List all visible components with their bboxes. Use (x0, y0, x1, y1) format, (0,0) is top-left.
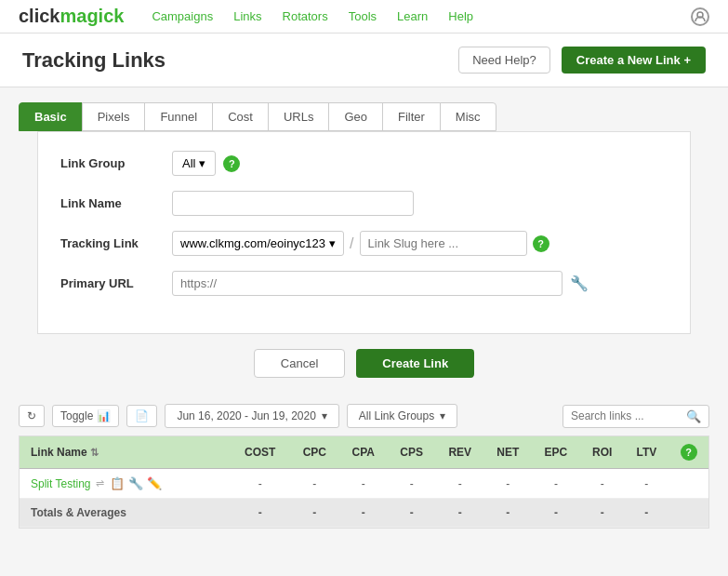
nav-links: Campaigns Links Rotators Tools Learn Hel… (152, 9, 691, 23)
col-cost: COST (230, 436, 289, 469)
search-box: 🔍 (563, 405, 709, 428)
tracking-link-label: Tracking Link (60, 236, 172, 250)
col-ltv: LTV (624, 436, 668, 469)
cancel-button[interactable]: Cancel (254, 349, 345, 378)
chevron-down-icon: ▾ (329, 236, 336, 250)
cell-roi: - (580, 469, 624, 499)
date-range-text: Jun 16, 2020 - Jun 19, 2020 (177, 409, 315, 422)
primary-url-inputs: 🔧 (172, 271, 589, 296)
link-name-input[interactable] (172, 191, 414, 216)
split-testing-link[interactable]: Split Testing (31, 477, 90, 490)
nav-links-item[interactable]: Links (233, 9, 261, 23)
chevron-down-icon: ▾ (440, 409, 445, 422)
table-header-row: Link Name ⇅ COST CPC CPA CPS REV NET EPC… (20, 436, 708, 469)
link-group-row: Link Group All ▾ ? (60, 151, 668, 176)
primary-url-input[interactable] (172, 271, 563, 296)
row-actions: 📋 🔧 ✏️ (110, 476, 162, 490)
totals-roi: - (580, 499, 624, 528)
tracking-link-help-icon[interactable]: ? (533, 235, 549, 252)
tracking-link-inputs: www.clkmg.com/eoinyc123 ▾ / ? (172, 231, 549, 256)
toggle-label: Toggle (60, 409, 93, 422)
cell-cost: - (230, 469, 289, 499)
totals-label: Totals & Averages (20, 499, 230, 528)
totals-cpc: - (290, 499, 339, 528)
logo: clickmagick (19, 6, 124, 27)
tracking-domain-dropdown[interactable]: www.clkmg.com/eoinyc123 ▾ (172, 231, 344, 256)
tabs: Basic Pixels Funnel Cost URLs Geo Filter… (19, 102, 709, 131)
table-row: Split Testing ⇌ 📋 🔧 ✏️ - - - - - - - (20, 469, 708, 499)
logo-magick: magick (60, 6, 124, 27)
tab-geo[interactable]: Geo (328, 102, 383, 131)
link-group-dropdown[interactable]: All ▾ (172, 151, 216, 176)
totals-rev: - (436, 499, 484, 528)
col-link-name: Link Name ⇅ (20, 436, 230, 469)
cell-actions (668, 469, 708, 499)
col-link-name-label: Link Name (31, 446, 87, 459)
link-group-help-icon[interactable]: ? (223, 155, 240, 172)
links-table-container: Link Name ⇅ COST CPC CPA CPS REV NET EPC… (19, 435, 709, 529)
tab-pixels[interactable]: Pixels (82, 102, 146, 131)
create-link-button[interactable]: Create Link (356, 349, 474, 378)
user-icon[interactable] (691, 7, 709, 26)
export-button[interactable]: 📄 (126, 405, 157, 427)
primary-url-label: Primary URL (60, 276, 172, 290)
need-help-button[interactable]: Need Help? (458, 47, 550, 74)
toggle-stats-button[interactable]: Toggle 📊 (52, 405, 119, 427)
navbar: clickmagick Campaigns Links Rotators Too… (0, 0, 728, 33)
search-icon: 🔍 (686, 409, 701, 423)
cell-cpa: - (339, 469, 388, 499)
all-link-groups-button[interactable]: All Link Groups ▾ (347, 404, 457, 428)
search-input[interactable] (571, 409, 682, 422)
page-title: Tracking Links (22, 48, 165, 73)
links-toolbar: ↻ Toggle 📊 📄 Jun 16, 2020 - Jun 19, 2020… (0, 396, 728, 435)
tab-basic[interactable]: Basic (19, 102, 83, 131)
tabs-container: Basic Pixels Funnel Cost URLs Geo Filter… (0, 87, 728, 334)
cell-cps: - (388, 469, 436, 499)
col-help[interactable]: ? (668, 436, 708, 469)
date-range-button[interactable]: Jun 16, 2020 - Jun 19, 2020 ▾ (165, 404, 338, 428)
tab-funnel[interactable]: Funnel (144, 102, 213, 131)
logo-click: click (19, 6, 60, 27)
split-icon: ⇌ (96, 477, 104, 489)
nav-help[interactable]: Help (448, 9, 473, 23)
tab-filter[interactable]: Filter (382, 102, 441, 131)
tab-urls[interactable]: URLs (268, 102, 330, 131)
nav-campaigns[interactable]: Campaigns (152, 9, 213, 23)
primary-url-row: Primary URL 🔧 (60, 271, 668, 296)
col-roi: ROI (580, 436, 624, 469)
tab-misc[interactable]: Misc (440, 102, 496, 131)
nav-rotators[interactable]: Rotators (283, 9, 328, 23)
pencil-icon[interactable]: ✏️ (147, 476, 162, 490)
col-help-icon[interactable]: ? (681, 444, 697, 461)
cell-net: - (484, 469, 532, 499)
totals-row: Totals & Averages - - - - - - - - - (20, 499, 708, 528)
link-group-label: Link Group (60, 156, 172, 170)
chevron-down-icon: ▾ (322, 409, 327, 422)
copy-icon[interactable]: 📋 (110, 476, 125, 490)
tab-cost[interactable]: Cost (212, 102, 269, 131)
cell-epc: - (532, 469, 580, 499)
wrench-icon[interactable]: 🔧 (570, 275, 589, 292)
link-group-select: All ▾ ? (172, 151, 240, 176)
col-cpa: CPA (339, 436, 388, 469)
sort-icon[interactable]: ⇅ (90, 447, 99, 459)
edit-icon[interactable]: 🔧 (128, 476, 143, 490)
totals-ltv: - (624, 499, 668, 528)
slug-input[interactable] (360, 231, 527, 256)
page-header: Tracking Links Need Help? Create a New L… (0, 33, 728, 87)
chevron-down-icon: ▾ (199, 156, 205, 170)
totals-cps: - (388, 499, 436, 528)
totals-epc: - (532, 499, 580, 528)
tracking-link-row: Tracking Link www.clkmg.com/eoinyc123 ▾ … (60, 231, 668, 256)
link-groups-text: All Link Groups (359, 409, 434, 422)
refresh-button[interactable]: ↻ (19, 405, 45, 427)
header-actions: Need Help? Create a New Link + (458, 47, 706, 74)
totals-cost: - (230, 499, 289, 528)
create-new-link-button[interactable]: Create a New Link + (562, 47, 706, 74)
col-epc: EPC (532, 436, 580, 469)
cell-link-name: Split Testing ⇌ 📋 🔧 ✏️ (20, 469, 230, 499)
link-name-label: Link Name (60, 196, 172, 210)
export-icon: 📄 (135, 409, 149, 422)
nav-tools[interactable]: Tools (349, 9, 377, 23)
nav-learn[interactable]: Learn (397, 9, 428, 23)
